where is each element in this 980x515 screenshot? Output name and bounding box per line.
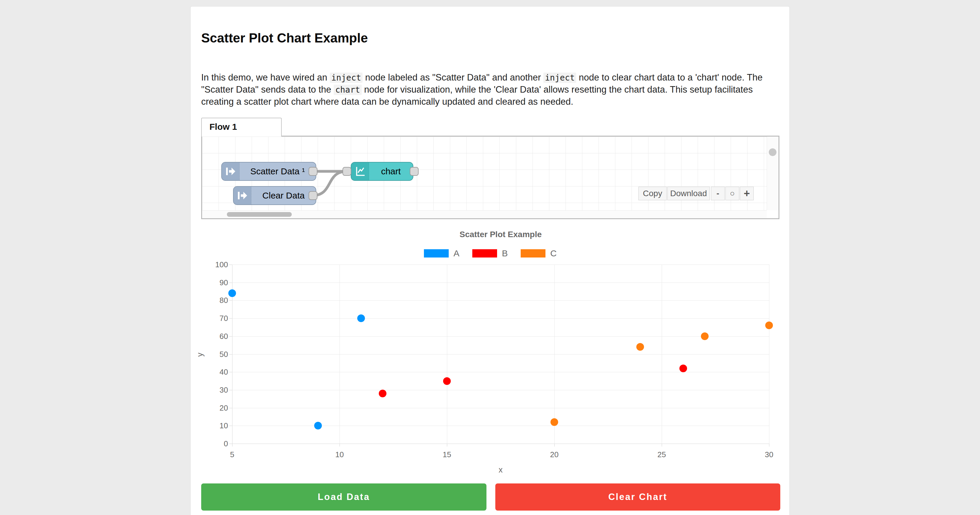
y-gridline (232, 354, 769, 354)
y-tick-label: 20 (207, 404, 228, 413)
flow-tab-label: Flow 1 (202, 118, 281, 135)
node-scatter-data[interactable]: Scatter Data ¹ (221, 162, 316, 181)
copy-button[interactable]: Copy (638, 187, 667, 200)
y-gridline (232, 318, 769, 319)
node-label: chart (369, 162, 413, 180)
zoom-out-button[interactable]: - (711, 187, 725, 200)
data-point-C (765, 321, 773, 329)
chart-legend: ABC (201, 248, 780, 258)
node-clear-data[interactable]: Clear Data (233, 186, 316, 205)
inject-icon (234, 187, 251, 204)
y-tick-label: 50 (207, 350, 228, 359)
y-gridline (232, 408, 769, 408)
y-tick (229, 354, 232, 354)
data-point-C (636, 343, 644, 351)
scatter-data-output-port[interactable] (309, 167, 317, 176)
x-tick-label: 30 (760, 450, 778, 459)
node-label: Scatter Data ¹ (240, 162, 316, 180)
y-tick-label: 40 (207, 367, 228, 377)
data-point-A (357, 315, 365, 322)
y-tick-label: 100 (207, 260, 228, 269)
y-tick (229, 408, 232, 408)
legend-item-A[interactable]: A (424, 248, 459, 258)
data-point-C (701, 332, 709, 340)
chart-input-port[interactable] (342, 167, 352, 176)
y-gridline (232, 426, 769, 426)
legend-swatch (424, 249, 449, 258)
y-gridline (232, 283, 769, 283)
chart-title: Scatter Plot Example (232, 230, 769, 239)
y-gridline (232, 390, 769, 390)
y-gridline (232, 300, 769, 300)
y-tick (229, 283, 232, 283)
description-text: node labeled as "Scatter Data" and anoth… (363, 72, 543, 83)
description-paragraph: In this demo, we have wired an inject no… (201, 72, 770, 108)
y-tick (229, 426, 232, 426)
data-point-C (550, 418, 558, 426)
legend-item-B[interactable]: B (472, 248, 508, 258)
legend-swatch (472, 249, 497, 258)
legend-label: C (550, 248, 557, 258)
clear-data-output-port[interactable] (309, 191, 317, 200)
y-axis-title: y (196, 353, 205, 357)
data-point-B (379, 389, 387, 397)
data-point-B (443, 377, 451, 385)
y-tick (229, 336, 232, 337)
node-chart[interactable]: chart (351, 162, 413, 181)
y-tick-label: 30 (207, 386, 228, 395)
chart-line-icon (352, 162, 369, 180)
clear-chart-button[interactable]: Clear Chart (495, 483, 780, 510)
x-axis-title: x (232, 466, 769, 475)
y-tick-label: 0 (207, 439, 228, 448)
y-gridline (232, 372, 769, 372)
x-tick (554, 443, 555, 447)
x-tick-label: 15 (438, 450, 456, 459)
data-point-A (314, 422, 322, 429)
zoom-reset-button[interactable]: ○ (725, 187, 739, 200)
description-text: In this demo, we have wired an (201, 72, 330, 83)
x-tick (232, 443, 232, 447)
inline-code: chart (334, 85, 361, 95)
x-tick-label: 5 (223, 450, 241, 459)
chart-plot-area: 510152025300102030405060708090100 (232, 265, 769, 443)
y-tick (229, 300, 232, 300)
legend-swatch (521, 249, 546, 258)
x-tick-label: 20 (546, 450, 563, 459)
y-tick-label: 70 (207, 314, 228, 323)
x-tick (662, 443, 662, 447)
data-point-A (228, 289, 236, 297)
zoom-in-button[interactable]: + (740, 187, 754, 200)
legend-label: A (453, 248, 459, 258)
x-tick-label: 25 (653, 450, 671, 459)
x-tick-label: 10 (331, 450, 348, 459)
y-tick-label: 80 (207, 296, 228, 305)
y-tick (229, 318, 232, 319)
y-tick (229, 372, 232, 372)
y-tick-label: 10 (207, 421, 228, 430)
y-tick (229, 390, 232, 390)
page-background: { "page": { "background": "#ebebeb" }, "… (0, 0, 980, 515)
y-tick-label: 60 (207, 332, 228, 341)
chart-output-port[interactable] (410, 167, 418, 176)
content-card: Scatter Plot Chart Example In this demo,… (190, 6, 790, 515)
download-button[interactable]: Download (667, 187, 710, 200)
node-label: Clear Data (251, 187, 316, 204)
load-data-button[interactable]: Load Data (201, 483, 487, 510)
legend-item-C[interactable]: C (521, 248, 557, 258)
y-tick (229, 443, 232, 444)
y-tick-label: 90 (207, 278, 228, 287)
inline-code: inject (330, 73, 363, 83)
page-title: Scatter Plot Chart Example (201, 31, 368, 45)
flow-canvas: Scatter Data ¹ Clear Data c (201, 136, 780, 219)
inject-icon (222, 162, 240, 180)
flow-tab[interactable]: Flow 1 (201, 118, 282, 137)
inline-code: inject (543, 73, 576, 83)
x-tick (447, 443, 447, 447)
y-gridline (232, 336, 769, 337)
data-point-B (679, 365, 687, 372)
legend-label: B (502, 248, 508, 258)
y-gridline (232, 443, 769, 444)
